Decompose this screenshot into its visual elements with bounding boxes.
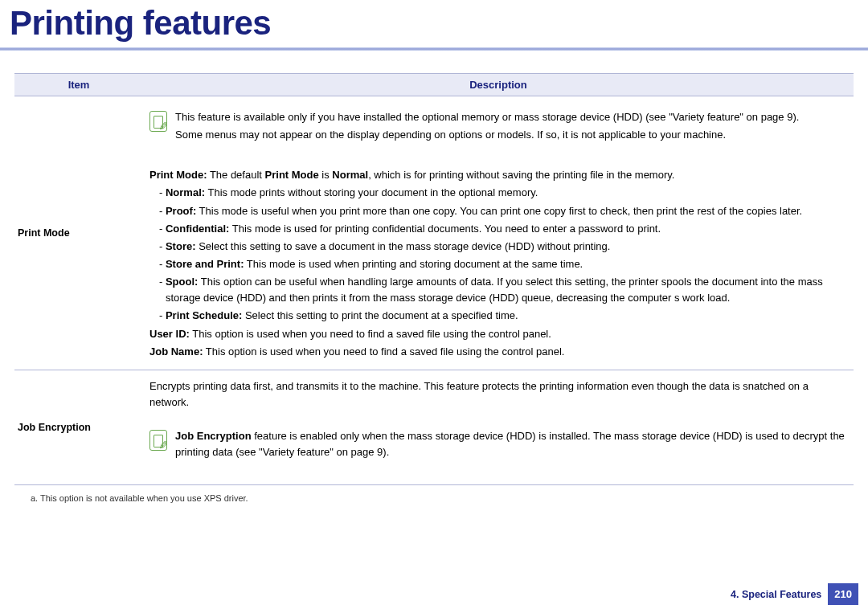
footnote: a. This option is not available when you… [31, 493, 854, 503]
page-title: Printing features [0, 0, 868, 43]
note-line: Some menus may not appear on the display… [175, 127, 799, 143]
header-item: Item [14, 74, 143, 96]
table-header-row: Item Description [14, 74, 854, 96]
title-underline [0, 47, 868, 51]
bullet-confidential: Confidential: This mode is used for prin… [149, 221, 847, 237]
desc-line: Encrypts printing data first, and transm… [149, 378, 847, 411]
bullet-store-and-print: Store and Print: This mode is used when … [149, 256, 847, 272]
desc-user-id: User ID: This option is used when you ne… [149, 326, 847, 342]
features-table: Item Description Print Mode This feature… [14, 73, 854, 485]
bullet-normal: Normal: This mode prints without storing… [149, 185, 847, 201]
table-row-print-mode: Print Mode This feature is available onl… [14, 96, 854, 370]
note-icon [149, 111, 167, 132]
bullet-store: Store: Select this setting to save a doc… [149, 239, 847, 255]
bullet-print-schedule: Print Schedule: Select this setting to p… [149, 308, 847, 324]
desc-line: Print Mode: The default Print Mode is No… [149, 167, 847, 183]
content-table-wrap: Item Description Print Mode This feature… [14, 73, 854, 503]
bullet-proof: Proof: This mode is useful when you prin… [149, 203, 847, 219]
page-footer: 4. Special Features 210 [731, 583, 858, 605]
note-text: This feature is available only if you ha… [175, 109, 799, 145]
note-line: Job Encryption feature is enabled only w… [175, 428, 847, 460]
item-job-encryption: Job Encryption [14, 370, 143, 485]
footer-page-number: 210 [828, 583, 858, 605]
footer-chapter: 4. Special Features [731, 589, 821, 600]
desc-job-name: Job Name: This option is used when you n… [149, 344, 847, 360]
note-line: This feature is available only if you ha… [175, 109, 799, 125]
note-text: Job Encryption feature is enabled only w… [175, 428, 847, 462]
note-block: Job Encryption feature is enabled only w… [149, 428, 847, 462]
item-print-mode: Print Mode [14, 96, 143, 370]
header-description: Description [143, 74, 854, 96]
desc-print-mode: This feature is available only if you ha… [143, 96, 854, 370]
desc-job-encryption: Encrypts printing data first, and transm… [143, 370, 854, 485]
bullet-spool: Spool: This option can be useful when ha… [149, 274, 847, 306]
table-row-job-encryption: Job Encryption Encrypts printing data fi… [14, 370, 854, 485]
note-block: This feature is available only if you ha… [149, 109, 847, 145]
note-icon [149, 430, 167, 451]
